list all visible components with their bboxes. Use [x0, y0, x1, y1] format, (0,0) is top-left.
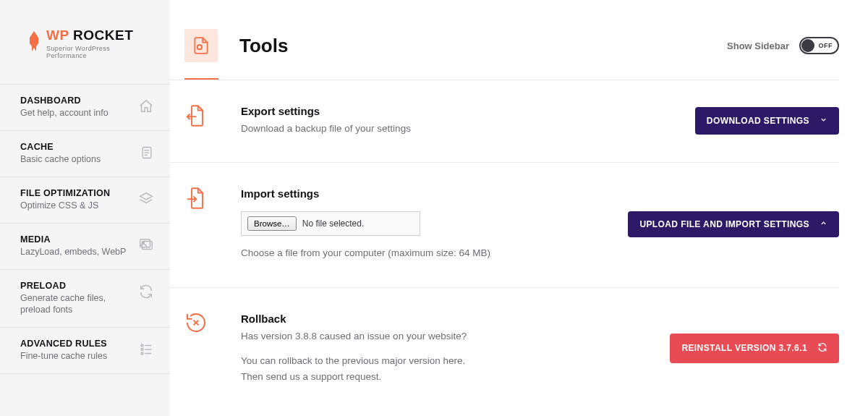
import-desc: Choose a file from your computer (maximu…	[241, 246, 615, 260]
rollback-icon	[184, 311, 209, 337]
brand-rocket: ROCKET	[73, 27, 133, 43]
page-header: Tools Show Sidebar OFF	[170, 29, 839, 62]
download-settings-button[interactable]: DOWNLOAD SETTINGS	[695, 107, 839, 135]
sidebar-item-media[interactable]: MEDIA LazyLoad, embeds, WebP	[0, 223, 170, 269]
button-label: REINSTALL VERSION 3.7.6.1	[681, 343, 807, 353]
file-status: No file selected.	[302, 218, 364, 229]
home-icon	[138, 98, 154, 117]
rocket-icon	[26, 30, 42, 52]
rollback-section: Rollback Has version 3.8.8 caused an iss…	[170, 288, 839, 411]
sidebar-item-desc: LazyLoad, embeds, WebP	[20, 246, 126, 258]
refresh-icon	[817, 342, 827, 355]
svg-point-11	[141, 352, 143, 355]
show-sidebar-toggle[interactable]: OFF	[799, 37, 839, 54]
main-panel: Tools Show Sidebar OFF Export settings D…	[170, 0, 868, 416]
button-label: DOWNLOAD SETTINGS	[707, 116, 809, 126]
upload-import-button[interactable]: UPLOAD FILE AND IMPORT SETTINGS	[628, 211, 839, 237]
sidebar-item-label: DASHBOARD	[20, 95, 109, 106]
sidebar-item-label: ADVANCED RULES	[20, 339, 107, 349]
sidebar-item-desc: Fine-tune cache rules	[20, 350, 107, 362]
page-title: Tools	[239, 35, 288, 57]
sidebar-item-label: CACHE	[20, 142, 101, 152]
import-title: Import settings	[241, 187, 615, 200]
sidebar-item-dashboard[interactable]: DASHBOARD Get help, account info	[0, 84, 170, 130]
brand-logo: WP ROCKET Superior WordPress Performance	[0, 27, 170, 78]
sidebar-item-desc: Basic cache options	[20, 153, 101, 166]
tools-icon	[184, 29, 218, 62]
export-section: Export settings Download a backup file o…	[170, 80, 839, 163]
export-icon	[184, 103, 209, 131]
browse-button[interactable]: Browse…	[247, 216, 297, 231]
sidebar-item-label: PRELOAD	[20, 281, 138, 291]
sidebar-item-desc: Get help, account info	[20, 107, 109, 119]
sidebar-item-label: FILE OPTIMIZATION	[20, 188, 110, 198]
sidebar-item-desc: Optimize CSS & JS	[20, 200, 110, 212]
images-icon	[138, 237, 154, 256]
rollback-p2: Then send us a support request.	[241, 370, 657, 384]
sidebar-item-file-optimization[interactable]: FILE OPTIMIZATION Optimize CSS & JS	[0, 177, 170, 223]
sidebar-item-desc: Generate cache files, preload fonts	[20, 292, 138, 317]
sidebar: WP ROCKET Superior WordPress Performance…	[0, 0, 170, 416]
svg-point-9	[141, 349, 143, 351]
sidebar-item-label: MEDIA	[20, 234, 126, 245]
chevron-down-icon	[820, 116, 827, 126]
show-sidebar-label: Show Sidebar	[727, 41, 789, 51]
rollback-title: Rollback	[241, 313, 657, 325]
file-input[interactable]: Browse… No file selected.	[241, 211, 420, 236]
rollback-question: Has version 3.8.8 caused an issue on you…	[241, 329, 657, 344]
brand-wp: WP	[46, 27, 69, 43]
svg-point-7	[141, 344, 143, 347]
refresh-icon	[138, 284, 154, 302]
sidebar-item-advanced-rules[interactable]: ADVANCED RULES Fine-tune cache rules	[0, 327, 170, 374]
brand-tagline: Superior WordPress Performance	[46, 45, 150, 59]
sidebar-nav: DASHBOARD Get help, account info CACHE B…	[0, 84, 170, 374]
sidebar-item-cache[interactable]: CACHE Basic cache options	[0, 130, 170, 177]
chevron-up-icon	[820, 219, 827, 229]
rollback-p1: You can rollback to the previous major v…	[241, 354, 657, 368]
import-section: Import settings Browse… No file selected…	[170, 163, 839, 287]
sidebar-item-preload[interactable]: PRELOAD Generate cache files, preload fo…	[0, 269, 170, 328]
layers-icon	[138, 191, 154, 210]
document-icon	[140, 145, 154, 164]
toggle-state-label: OFF	[819, 42, 833, 49]
reinstall-button[interactable]: REINSTALL VERSION 3.7.6.1	[670, 334, 839, 363]
export-title: Export settings	[241, 105, 682, 117]
export-desc: Download a backup file of your settings	[241, 122, 682, 136]
sliders-icon	[138, 341, 154, 360]
import-icon	[184, 186, 209, 213]
button-label: UPLOAD FILE AND IMPORT SETTINGS	[639, 219, 809, 229]
